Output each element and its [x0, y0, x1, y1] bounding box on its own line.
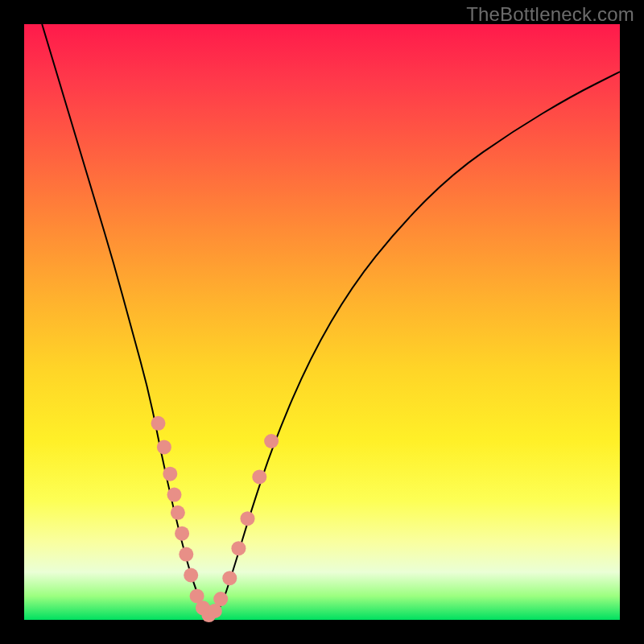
- data-point: [264, 434, 279, 448]
- data-point: [231, 541, 246, 555]
- data-point: [179, 547, 193, 562]
- data-point: [241, 511, 255, 526]
- data-point: [252, 469, 266, 484]
- data-point: [163, 467, 177, 481]
- frame: TheBottleneck.com: [0, 0, 644, 644]
- data-point: [167, 488, 182, 502]
- chart-overlay: [24, 24, 620, 620]
- data-point: [184, 568, 198, 583]
- data-point: [175, 526, 189, 541]
- data-point: [222, 571, 237, 585]
- data-point: [151, 416, 166, 431]
- sample-points: [151, 416, 279, 622]
- data-point: [171, 506, 185, 520]
- bottleneck-curve: [42, 24, 620, 615]
- watermark-text: TheBottleneck.com: [466, 3, 634, 26]
- data-point: [157, 440, 171, 454]
- data-point: [213, 592, 228, 606]
